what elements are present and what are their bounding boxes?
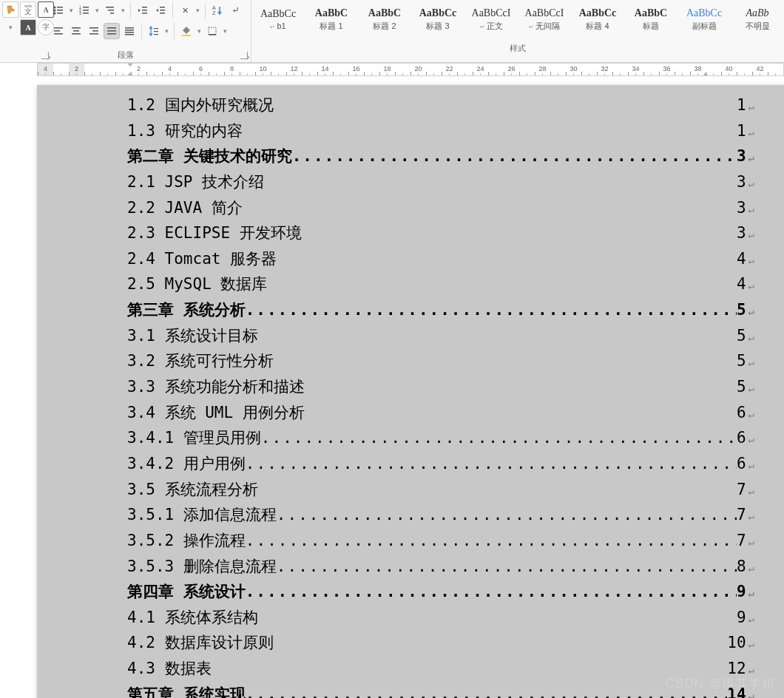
- toc-entry[interactable]: 3.1 系统设计目标..............................…: [127, 323, 754, 349]
- style-正文[interactable]: AaBbCcI↵正文: [464, 1, 518, 37]
- toc-leader: ........................................…: [246, 682, 728, 698]
- style-副标题[interactable]: AaBbCc副标题: [677, 1, 731, 37]
- toc-page: 1: [737, 118, 746, 144]
- justify-icon[interactable]: [104, 23, 120, 39]
- paragraph-mark-icon: ↵: [748, 380, 754, 397]
- borders-icon[interactable]: [204, 23, 220, 39]
- toc-title: 第四章 系统设计: [127, 579, 246, 605]
- enclose-char-icon[interactable]: 字: [38, 19, 54, 35]
- dropdown-icon[interactable]: ▾: [196, 27, 203, 35]
- group-label: 段落: [0, 50, 251, 61]
- toc-entry[interactable]: 3.5.2 操作流程..............................…: [127, 528, 754, 554]
- char-border-icon[interactable]: A: [38, 1, 54, 18]
- dialog-launcher-icon[interactable]: [41, 52, 49, 59]
- outdent-icon[interactable]: [135, 2, 151, 18]
- toc-leader: ........................................…: [277, 502, 737, 528]
- toc-entry[interactable]: 1.2 国内外研究概况.............................…: [127, 92, 754, 118]
- toc-entry[interactable]: 3.4.1 管理员用例.............................…: [127, 425, 754, 451]
- toc-title: 4.3 数据表: [127, 656, 212, 682]
- toc-entry[interactable]: 4.2 数据库设计原则.............................…: [127, 630, 754, 656]
- svg-rect-35: [125, 27, 134, 29]
- style-标题 1[interactable]: AaBbC标题 1: [305, 1, 358, 37]
- toc-title: 2.4 Tomcat 服务器: [127, 246, 277, 272]
- paragraph-mark-icon: ↵: [748, 611, 754, 628]
- toc-entry[interactable]: 第二章 关键技术的研究.............................…: [127, 143, 754, 169]
- toc-page: 9: [737, 579, 746, 605]
- document-page[interactable]: 1.2 国内外研究概况.............................…: [37, 85, 784, 698]
- multilevel-icon[interactable]: [102, 2, 118, 18]
- toc-page: 3: [737, 169, 746, 195]
- char-shading-icon[interactable]: A: [20, 19, 36, 35]
- first-line-indent-marker[interactable]: [126, 63, 134, 67]
- toc-entry[interactable]: 2.1 JSP 技术介绍............................…: [127, 169, 754, 195]
- align-center-icon[interactable]: [68, 23, 84, 39]
- toc-entry[interactable]: 2.4 Tomcat 服务器..........................…: [127, 246, 754, 272]
- dropdown-icon[interactable]: ▾: [222, 27, 229, 35]
- dropdown-icon[interactable]: ▾: [120, 7, 126, 14]
- toc-entry[interactable]: 2.3 ECLIPSE 开发环境........................…: [127, 220, 754, 246]
- svg-rect-5: [57, 13, 63, 14]
- toc-entry[interactable]: 3.5.3 删除信息流程............................…: [127, 554, 754, 580]
- toc-entry[interactable]: 1.3 研究的内容...............................…: [127, 118, 754, 144]
- toc-page: 6: [737, 425, 746, 451]
- toc-title: 2.2 JAVA 简介: [127, 195, 243, 221]
- toc-title: 3.5 系统流程分析: [127, 477, 258, 503]
- toc-entry[interactable]: 第五章 系统实现................................…: [127, 682, 754, 698]
- style-标题 2[interactable]: AaBbC标题 2: [358, 1, 411, 37]
- svg-rect-19: [160, 10, 165, 11]
- paragraph-mark-icon: ↵: [748, 124, 754, 141]
- style-标题 3[interactable]: AaBbCc标题 3: [411, 1, 464, 37]
- ruler[interactable]: 4224681012141618202224262830323436384042: [37, 63, 784, 85]
- toc-entry[interactable]: 3.3 系统功能分析和描述...........................…: [127, 374, 754, 400]
- svg-rect-1: [57, 7, 63, 8]
- toc-entry[interactable]: 3.2 系统可行性分析.............................…: [127, 348, 754, 374]
- toc-title: 3.5.3 删除信息流程: [127, 554, 277, 580]
- show-marks-icon[interactable]: ⤶: [227, 2, 243, 18]
- paragraph-mark-icon: ↵: [748, 354, 754, 371]
- toc-entry[interactable]: 3.5 系统流程分析..............................…: [127, 477, 754, 503]
- paragraph-mark-icon: ↵: [748, 98, 754, 115]
- toc-entry[interactable]: 4.3 数据表.................................…: [127, 656, 754, 682]
- toc-entry[interactable]: 4.1 系统体系结构..............................…: [127, 605, 754, 631]
- toc-page: 4: [737, 271, 746, 297]
- dropdown-icon[interactable]: ▾: [68, 7, 75, 14]
- toc-entry[interactable]: 3.5.1 添加信息流程............................…: [127, 502, 754, 528]
- style-无间隔[interactable]: AaBbCcI↵无间隔: [518, 1, 571, 37]
- hanging-indent-marker[interactable]: [126, 72, 134, 76]
- svg-rect-17: [142, 13, 147, 14]
- toc-entry[interactable]: 3.4.2 用户用例..............................…: [127, 451, 754, 477]
- shading-icon[interactable]: [178, 23, 195, 39]
- toc-page: 7: [737, 477, 746, 503]
- style-b1[interactable]: AaBbCc↵b1: [251, 1, 305, 37]
- line-spacing-icon[interactable]: [146, 23, 162, 39]
- toc-entry[interactable]: 第四章 系统设计................................…: [127, 579, 754, 605]
- asian-layout-icon[interactable]: ✕: [177, 2, 193, 18]
- dialog-launcher-icon[interactable]: [240, 52, 248, 59]
- sort-icon[interactable]: AZ: [209, 2, 226, 18]
- svg-rect-16: [142, 10, 147, 11]
- toc-entry[interactable]: 第三章 系统分析................................…: [127, 297, 754, 323]
- style-不明显[interactable]: AaBb不明显: [731, 1, 784, 37]
- toc-entry[interactable]: 3.4 系统 UML 用例分析.........................…: [127, 400, 754, 426]
- paragraph-mark-icon: ↵: [748, 534, 754, 551]
- style-标题[interactable]: AaBbC标题: [624, 1, 677, 37]
- indent-icon[interactable]: [152, 2, 169, 18]
- numbering-icon[interactable]: 123: [76, 2, 92, 18]
- dropdown-icon[interactable]: ▾: [94, 7, 101, 14]
- dropdown-icon[interactable]: ▾: [195, 7, 201, 14]
- dropdown-icon[interactable]: ▾: [163, 27, 170, 35]
- align-right-icon[interactable]: [86, 23, 102, 39]
- toc-entry[interactable]: 2.5 MySQL 数据库...........................…: [127, 271, 754, 297]
- distribute-icon[interactable]: [121, 23, 138, 39]
- toc-entry[interactable]: 2.2 JAVA 简介.............................…: [127, 195, 754, 221]
- svg-rect-25: [54, 33, 63, 35]
- phonetic-guide-icon[interactable]: wén文: [20, 1, 36, 18]
- toc-page: 3: [737, 143, 746, 169]
- right-indent-marker[interactable]: [702, 72, 709, 76]
- format-painter-icon[interactable]: [2, 1, 18, 18]
- style-标题 4[interactable]: AaBbCc标题 4: [571, 1, 624, 37]
- svg-rect-28: [72, 33, 81, 35]
- dropdown-icon[interactable]: ▾: [2, 19, 18, 35]
- svg-rect-31: [89, 33, 98, 35]
- paragraph-group: wén文 A ▾ A 字 ▾ 123 ▾ ▾ ✕ ▾ AZ ⤶: [0, 0, 251, 62]
